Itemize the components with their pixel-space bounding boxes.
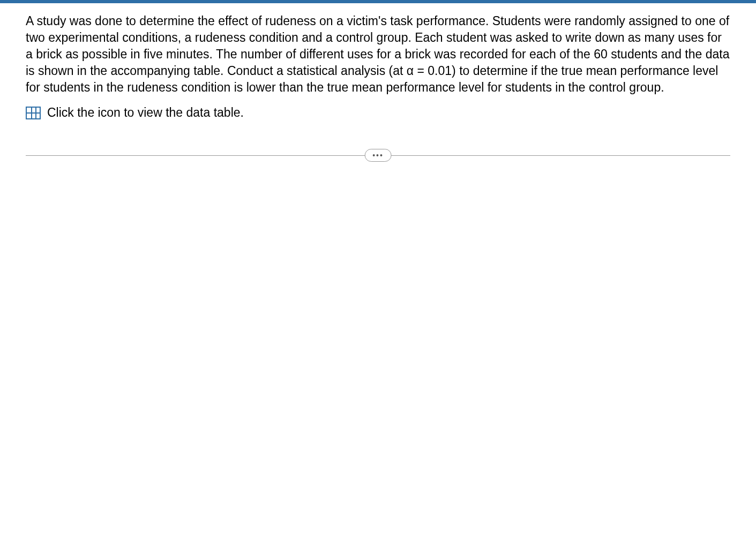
- view-data-label: Click the icon to view the data table.: [47, 104, 244, 121]
- section-divider: •••: [26, 148, 730, 163]
- data-table-icon[interactable]: [26, 107, 41, 119]
- divider-ellipsis-pill[interactable]: •••: [364, 149, 392, 162]
- question-prompt: A study was done to determine the effect…: [0, 3, 756, 121]
- view-data-line: Click the icon to view the data table.: [26, 104, 730, 121]
- page-root: A study was done to determine the effect…: [0, 0, 756, 163]
- prompt-text: A study was done to determine the effect…: [26, 14, 729, 94]
